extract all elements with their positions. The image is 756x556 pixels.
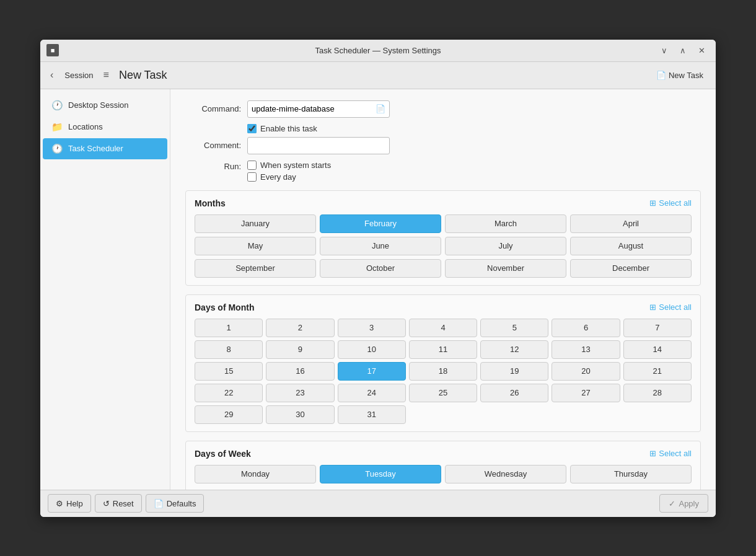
sidebar-item-locations[interactable]: 📁 Locations [43,117,167,138]
day-button-29[interactable]: 29 [195,405,263,424]
defaults-icon: 📄 [154,499,164,508]
month-button-nov[interactable]: November [445,259,566,278]
day-button-10[interactable]: 10 [338,340,406,359]
month-button-jun[interactable]: June [320,237,441,255]
defaults-button[interactable]: 📄 Defaults [146,494,204,513]
day-button-5[interactable]: 5 [480,319,548,337]
day-button-7[interactable]: 7 [623,319,692,337]
new-task-icon: 📄 [656,71,666,80]
day-button-13[interactable]: 13 [552,340,620,359]
body: 🕐 Desktop Session 📁 Locations 🕐 Task Sch… [40,89,716,490]
close-button[interactable]: ✕ [693,43,710,57]
reset-button[interactable]: ↺ Reset [95,494,142,513]
months-section: Months ⊞ Select all JanuaryFebruaryMarch… [185,190,701,286]
select-all-icon: ⊞ [649,198,656,208]
day-button-6[interactable]: 6 [552,319,620,337]
sidebar-item-task-scheduler[interactable]: 🕐 Task Scheduler [43,138,167,159]
sidebar-item-label: Desktop Session [68,100,129,110]
day-button-18[interactable]: 18 [409,362,477,381]
days-of-month-header: Days of Month ⊞ Select all [195,302,692,312]
when-system-starts-checkbox[interactable] [247,161,257,170]
day-button-15[interactable]: 15 [195,362,263,381]
day-button-1[interactable]: 1 [195,319,263,337]
day-button-27[interactable]: 27 [552,384,620,402]
day-button-22[interactable]: 22 [195,384,263,402]
sidebar-item-label: Task Scheduler [68,144,123,153]
command-label: Command: [185,104,241,113]
month-button-feb[interactable]: February [320,214,441,233]
comment-input[interactable] [247,137,390,154]
day-button-11[interactable]: 11 [409,340,477,359]
month-button-apr[interactable]: April [570,214,692,233]
day-button-4[interactable]: 4 [409,319,477,337]
month-button-jan[interactable]: January [195,214,316,233]
run-options: When system starts Every day [247,161,331,182]
month-button-mar[interactable]: March [445,214,566,233]
day-button-19[interactable]: 19 [480,362,548,381]
new-task-button[interactable]: 📄 New Task [651,68,708,82]
month-button-oct[interactable]: October [320,259,441,278]
day-button-25[interactable]: 25 [409,384,477,402]
every-day-label: Every day [260,172,296,182]
day-button-30[interactable]: 30 [266,405,334,424]
weekday-button-wed[interactable]: Wednesday [445,465,566,483]
comment-row: Comment: [185,137,701,154]
month-button-dec[interactable]: December [570,259,692,278]
day-button-8[interactable]: 8 [195,340,263,359]
weekday-button-thu[interactable]: Thursday [570,465,692,483]
select-all-icon: ⊞ [649,449,656,458]
window-title: Task Scheduler — System Settings [315,46,441,55]
title-bar: ■ Task Scheduler — System Settings ∨ ∧ ✕ [40,40,716,62]
day-button-2[interactable]: 2 [266,319,334,337]
days-of-week-section: Days of Week ⊞ Select all MondayTuesdayW… [185,441,701,490]
month-button-jul[interactable]: July [445,237,566,255]
session-button[interactable]: Session [59,68,98,82]
day-button-14[interactable]: 14 [623,340,692,359]
enable-task-row: Enable this task [185,124,701,133]
weekday-button-tue[interactable]: Tuesday [320,465,441,483]
sidebar-item-desktop-session[interactable]: 🕐 Desktop Session [43,95,167,116]
maximize-button[interactable]: ∧ [675,43,691,57]
day-button-9[interactable]: 9 [266,340,334,359]
help-button[interactable]: ⚙ Help [48,494,91,513]
months-title: Months [195,198,226,208]
day-button-16[interactable]: 16 [266,362,334,381]
month-button-may[interactable]: May [195,237,316,255]
month-button-sep[interactable]: September [195,259,316,278]
day-button-23[interactable]: 23 [266,384,334,402]
enable-task-checkbox[interactable] [247,124,257,133]
days-of-month-title: Days of Month [195,302,254,312]
minimize-button[interactable]: ∨ [656,43,672,57]
day-button-31[interactable]: 31 [338,405,406,424]
every-day-checkbox[interactable] [247,172,257,182]
window-controls: ∨ ∧ ✕ [656,43,710,57]
page-title: New Task [119,69,167,82]
back-button[interactable]: ‹ [48,67,56,83]
hamburger-button[interactable]: ≡ [99,67,114,83]
nav-bar: ‹ Session ≡ New Task 📄 New Task [40,62,716,89]
day-button-3[interactable]: 3 [338,319,406,337]
command-field-wrapper: 📄 [247,100,390,118]
day-button-12[interactable]: 12 [480,340,548,359]
day-button-26[interactable]: 26 [480,384,548,402]
day-button-21[interactable]: 21 [623,362,692,381]
enable-task-label: Enable this task [260,124,317,133]
apply-button[interactable]: ✓ Apply [659,494,708,513]
command-input[interactable] [252,104,373,113]
month-button-aug[interactable]: August [570,237,692,255]
days-of-month-select-all-button[interactable]: ⊞ Select all [649,302,692,312]
weekday-button-mon[interactable]: Monday [195,465,316,483]
command-row: Command: 📄 [185,100,701,118]
day-button-20[interactable]: 20 [552,362,620,381]
days-of-week-select-all-button[interactable]: ⊞ Select all [649,449,692,458]
months-select-all-button[interactable]: ⊞ Select all [649,198,692,208]
day-button-28[interactable]: 28 [623,384,692,402]
sidebar: 🕐 Desktop Session 📁 Locations 🕐 Task Sch… [40,89,170,490]
folder-icon: 📁 [51,121,63,133]
day-button-17[interactable]: 17 [338,362,406,381]
run-row: Run: When system starts Every day [185,161,701,182]
day-button-24[interactable]: 24 [338,384,406,402]
run-option-system-starts: When system starts [247,161,331,170]
file-picker-icon[interactable]: 📄 [376,104,385,113]
sidebar-item-label: Locations [68,122,103,131]
